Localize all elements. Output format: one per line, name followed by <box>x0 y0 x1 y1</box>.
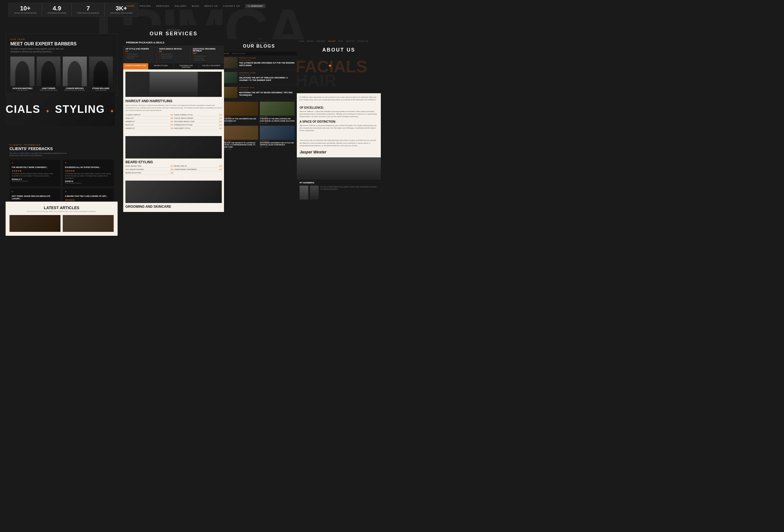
blogs-nav-item-2[interactable]: RECENT BLOGS <box>232 53 245 54</box>
about-nav-6[interactable]: ABOUT US <box>346 40 355 42</box>
barber-1: JACKSON MARTINEZ Hair Specialist <box>10 57 34 91</box>
about-intro: At TriMLine, where grooming is an art, p… <box>300 96 378 101</box>
nav-about[interactable]: ABOUT US <box>204 5 218 7</box>
stars-4: ★★★★★ <box>65 199 111 201</box>
price-row-10: SIDE-SWEPT STYLE 147 <box>174 128 222 130</box>
barber-4: ETHAN WILLIAMS Color Specialist <box>89 57 113 91</box>
beard-image <box>125 136 222 159</box>
beard-price-2: BEARD LINE-UP 102 <box>174 165 222 168</box>
styling-star-1: ✦ <box>46 109 50 114</box>
beard-title: BEARD STYLING <box>125 160 222 164</box>
about-bg-text-2: HAIR <box>297 72 337 89</box>
quote-icon-4: " <box>65 191 111 195</box>
about-person-img <box>297 157 381 180</box>
package-2: GENTLEMAN'S REVIVAL $95 Premium haircut … <box>157 46 190 63</box>
tab-haircut[interactable]: HAIRCUT & HAIRSTYLING <box>123 63 148 69</box>
about-nav-4[interactable]: GALLERY <box>328 40 336 42</box>
nav-blog[interactable]: BLOG <box>192 5 199 7</box>
nav-services[interactable]: SERVICES <box>156 5 169 7</box>
about-barbers-desc: Our team of expert barbers brings togeth… <box>320 186 378 200</box>
stat-experience: 10+ Years of Experience <box>8 3 42 17</box>
about-nav-7[interactable]: CONTACT US <box>357 40 368 42</box>
feedback-tag: CLIENTS' FEEDBACKS <box>9 144 114 146</box>
stat-reviews: 4.9 Average Reviews <box>42 3 72 17</box>
haircut-desc: Haircut Services: Discover a world of pe… <box>125 104 222 112</box>
barber-3-photo <box>63 57 87 86</box>
barber-1-photo <box>10 57 34 86</box>
barber-4-name: ETHAN WILLIAMS <box>89 87 113 89</box>
nav-gallery[interactable]: GALLERY <box>174 5 187 7</box>
packages-header: PREMIUM PACKAGES & DEALS <box>123 39 224 46</box>
about-body: At TriMLine, where grooming is an art, p… <box>297 93 381 137</box>
about-signature: Jasper Wester <box>300 149 378 155</box>
about-nav-1[interactable]: HOME <box>299 40 304 42</box>
blogs-header: RECENT NEWS OUR BLOGS <box>221 39 297 52</box>
tab-color[interactable]: COLOR & TREATMENT <box>199 63 224 69</box>
tab-beard[interactable]: BEARD STYLING <box>148 63 174 69</box>
barber-3-role: Facial Treatments Specialist <box>63 89 87 91</box>
barber-2-role: Beard Grooming Expert <box>37 89 61 91</box>
about-nav: HOME PRICING SERVICES GALLERY BLOG ABOUT… <box>297 39 381 43</box>
barbers-title: MEET OUR EXPERT BARBERS <box>10 41 113 47</box>
package-3: EXECUTIVE GROOMING RETREAT $120 Executiv… <box>191 46 224 63</box>
blog-img-2 <box>223 72 237 83</box>
nav-phone: +1-4008634847 <box>245 4 265 8</box>
nav-pricing[interactable]: PRICING <box>140 5 151 7</box>
feedback-author-2: DAVID N. Sales, Marketing Solutions <box>65 180 111 184</box>
tab-grooming[interactable]: GROOMING AND SKINCARE <box>174 63 199 69</box>
article-1-img <box>9 215 60 232</box>
grooming-section: GROOMING AND SKINCARE <box>123 178 224 212</box>
blog-meta-3: GROOMING TIPS APRIL 8, 2023 MASTERING TH… <box>239 87 295 98</box>
blog-thumb-3: BEST SELF UNLOCK THE SECRETS TO LUSTROUS… <box>223 126 258 150</box>
feedback-body-1: The barber listened carefully to what I … <box>12 173 58 177</box>
about-nav-3[interactable]: SERVICES <box>317 40 325 42</box>
barber-3: CONNOR BROOKS Facial Treatments Speciali… <box>63 57 87 91</box>
about-header: ABOUT US <box>297 43 381 57</box>
price-row-7: BUZZ CUT 127 <box>125 124 173 127</box>
article-2-img <box>63 215 114 232</box>
blog-thumbs: BEST SELF A REVIEW OF THE GROOMPRO DELUX… <box>221 100 297 152</box>
barber-1-role: Hair Specialist <box>10 89 34 91</box>
feedback-desc: See what our clients have to say about t… <box>9 152 71 157</box>
stat-awards: 7 Prestigious Awards <box>72 3 105 17</box>
blogs-title: OUR BLOGS <box>224 44 294 49</box>
feedback-author-1: RONALD T. Sales, Marketing Solutions <box>12 178 58 182</box>
price-row-6: TEXTURED MESSY LOOK 152 <box>174 121 222 123</box>
stars-2: ★★★★★ <box>65 170 111 172</box>
blogs-nav: BLOGS RECENT BLOGS <box>221 52 297 55</box>
styling-overlay: CIALS ✦ STYLING ✦ HAIR <box>6 92 115 126</box>
feedback-item-2: " EXCEEDED ALL MY EXPECTATIONS... ★★★★★ … <box>63 160 114 186</box>
beard-price-1: BASIC BEARD TRIM 115 <box>125 165 173 168</box>
about-distinction-title: A SPACE OF DISTINCTION: <box>300 120 378 123</box>
about-nav-5[interactable]: BLOG <box>338 40 343 42</box>
grooming-image <box>125 180 222 203</box>
nav-contact[interactable]: CONTACT US <box>223 5 240 7</box>
about-excellence-text: Step into TriMLine - a place that embodi… <box>300 110 378 118</box>
barber-3-name: CONNOR BROOKS <box>63 87 87 89</box>
blog-thumb-4-img <box>260 126 295 140</box>
articles-title: LATEST ARTICLES <box>9 205 114 210</box>
price-row-4: CASUAL BEACH WAVES 129 <box>174 117 222 120</box>
feedback-item-1: " I'VE NEVER FELT MORE CONFIDENT... ★★★★… <box>9 160 60 186</box>
blog-thumb-1-img <box>223 102 258 116</box>
about-barbers-section: RT BARBERS Our team of expert barbers br… <box>297 180 381 201</box>
price-row-5: UNDERCUT 135 <box>125 121 173 123</box>
quote-icon-2: " <box>65 162 111 166</box>
stars-1: ★★★★★ <box>12 170 58 172</box>
about-excellence-title: OF EXCELLENCE: <box>300 106 378 109</box>
article-2 <box>63 215 114 232</box>
price-row-8: POMPADOUR STYLING 145 <box>174 124 222 127</box>
feedback-text-1: I'VE NEVER FELT MORE CONFIDENT... <box>12 166 58 169</box>
feedback-body-2: The barbers take great care of their cli… <box>65 173 111 179</box>
styling-text: CIALS ✦ STYLING ✦ HAIR <box>6 103 115 115</box>
nav-home[interactable]: HOME <box>127 5 135 7</box>
blogs-nav-item-1[interactable]: BLOGS <box>223 53 229 54</box>
quote-icon-3: " <box>12 191 58 195</box>
grooming-title: GROOMING AND SKINCARE <box>125 205 222 208</box>
about-star-icon: ✦ <box>328 62 332 69</box>
package-1: VIP STYLE AND PAMPER $75 Classic haircut… <box>123 46 157 63</box>
about-nav-2[interactable]: PRICING <box>307 40 314 42</box>
price-row-3: FADE CUT 129 <box>125 117 173 120</box>
blog-img-1 <box>223 57 237 68</box>
blog-img-3 <box>223 87 237 98</box>
